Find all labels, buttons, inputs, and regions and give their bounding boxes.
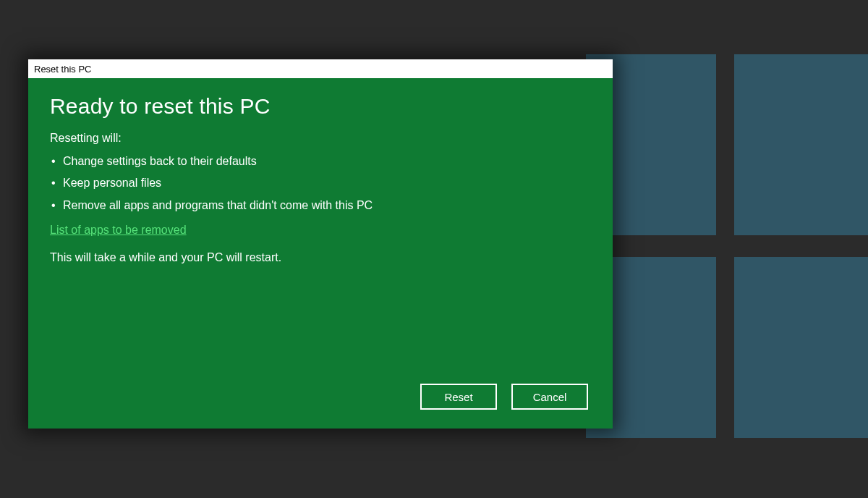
button-row: Reset Cancel — [50, 384, 591, 414]
list-item: Remove all apps and programs that didn't… — [50, 195, 591, 216]
list-item: Keep personal files — [50, 172, 591, 194]
list-item: Change settings back to their defaults — [50, 151, 591, 172]
dialog-titlebar[interactable]: Reset this PC — [28, 59, 613, 78]
bullet-list: Change settings back to their defaults K… — [50, 151, 591, 216]
logo-pane — [734, 257, 868, 438]
logo-pane — [734, 54, 868, 235]
cancel-button[interactable]: Cancel — [511, 384, 588, 410]
dialog-heading: Ready to reset this PC — [50, 94, 591, 119]
list-of-apps-link[interactable]: List of apps to be removed — [50, 224, 591, 237]
reset-pc-dialog: Reset this PC Ready to reset this PC Res… — [28, 59, 613, 429]
intro-text: Resetting will: — [50, 132, 591, 145]
dialog-body: Ready to reset this PC Resetting will: C… — [28, 78, 613, 429]
reset-button[interactable]: Reset — [420, 384, 497, 410]
note-text: This will take a while and your PC will … — [50, 251, 591, 264]
windows-logo-icon — [586, 54, 868, 438]
dialog-title: Reset this PC — [34, 64, 91, 75]
